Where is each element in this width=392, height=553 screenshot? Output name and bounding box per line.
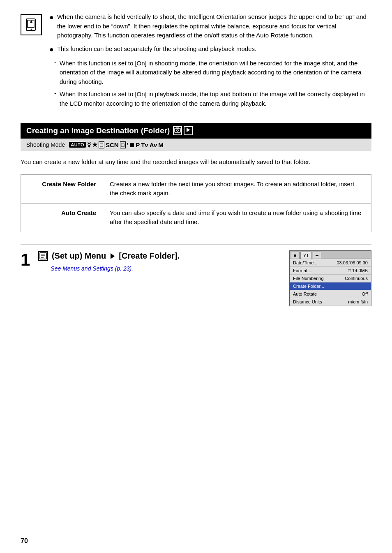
sub-text-2: When this function is set to [On] in pla… — [60, 90, 371, 108]
step-sub-text: See Menus and Settings (p. 23). — [51, 265, 133, 272]
sub-text-1: When this function is set to [On] in sho… — [60, 59, 371, 87]
arrow-icon — [111, 253, 115, 259]
menu-tab-2: •• — [313, 252, 322, 259]
auto-create-desc: You can also specify a date and time if … — [103, 203, 371, 232]
step-title-prefix: (Set up) Menu — [52, 251, 106, 260]
menu-row-4: Auto Rotate Off — [290, 290, 371, 298]
step-sub-1: See Menus and Settings (p. 23). — [51, 265, 281, 272]
svg-point-2 — [31, 29, 32, 30]
bullet-dot-1: ● — [49, 12, 54, 40]
step-number-1: 1 — [21, 251, 30, 268]
svg-marker-4 — [30, 20, 32, 23]
menu-row-5: Distance Units m/cm ft/in — [290, 298, 371, 306]
bullet-text-1: When the camera is held vertically to sh… — [57, 12, 371, 40]
shooting-mode-row: Shooting Mode AUTO ☿ ★ □ SCN □ ' ◼ P Tv … — [21, 139, 371, 151]
page: ● When the camera is held vertically to … — [0, 0, 392, 553]
create-new-folder-desc: Creates a new folder the next time you s… — [103, 174, 371, 203]
wrench-icon — [39, 252, 47, 259]
menu-tabs: ■ YT •• — [290, 251, 371, 259]
mode-icon-scn: SCN — [106, 141, 119, 148]
section-header: Creating an Image Destination (Folder) — [21, 123, 371, 139]
menu-row-1-label: Format... — [293, 268, 311, 273]
svg-marker-8 — [187, 128, 190, 132]
bullet-item-1: ● When the camera is held vertically to … — [49, 12, 371, 40]
mode-icon-star: ★ — [92, 141, 97, 148]
mode-icon-av: Av — [150, 141, 157, 148]
step-image-1: ■ YT •• Date/Time... 03.03.'06 09:30 For… — [289, 250, 371, 306]
camera-mode-icon — [173, 126, 182, 135]
menu-tab-1: YT — [300, 252, 312, 259]
step-section-1: 1 (Set up) Menu [Create Folder]. See Men… — [21, 244, 371, 306]
menu-rows: Date/Time... 03.03.'06 09:30 Format... □… — [290, 259, 371, 306]
mode-icon-quote: ' — [127, 141, 129, 148]
auto-create-label: Auto Create — [21, 203, 103, 232]
menu-row-3: Create Folder... — [290, 282, 371, 290]
mode-icon-tv: Tv — [141, 141, 148, 148]
create-new-folder-label: Create New Folder — [21, 174, 103, 203]
menu-row-4-label: Auto Rotate — [293, 292, 317, 296]
play-mode-icon — [184, 126, 193, 135]
menu-row-2: File Numbering Continuous — [290, 275, 371, 282]
menu-row-0-label: Date/Time... — [293, 260, 318, 265]
page-number: 70 — [21, 537, 28, 545]
menu-row-5-label: Distance Units — [293, 299, 322, 304]
mode-icon-p: P — [136, 141, 140, 148]
bullet-dot-2: ● — [49, 44, 54, 55]
sub-bullet-1: - When this function is set to [On] in s… — [54, 59, 371, 87]
mode-icon-box2: □ — [120, 141, 126, 148]
menu-row-2-label: File Numbering — [293, 276, 324, 281]
top-section: ● When the camera is held vertically to … — [21, 12, 371, 111]
bullet-text-2: This function can be set separately for … — [57, 44, 256, 55]
bullet-item-2: ● This function can be set separately fo… — [49, 44, 371, 55]
intro-text: You can create a new folder at any time … — [21, 157, 371, 167]
menu-row-4-value: Off — [362, 292, 368, 296]
step-title-1: (Set up) Menu [Create Folder]. — [38, 250, 281, 261]
svg-point-7 — [177, 130, 179, 132]
bullets: ● When the camera is held vertically to … — [49, 12, 371, 111]
auto-badge: AUTO — [69, 142, 86, 148]
mode-icon-m: M — [158, 141, 164, 148]
menu-row-2-value: Continuous — [345, 276, 368, 281]
sub-dash-2: - — [54, 90, 56, 108]
menu-row-5-value: m/cm ft/in — [348, 299, 368, 304]
step-content-1: (Set up) Menu [Create Folder]. See Menus… — [38, 250, 281, 272]
folder-table: Create New Folder Creates a new folder t… — [21, 174, 371, 232]
table-row-auto-create: Auto Create You can also specify a date … — [21, 203, 371, 232]
step-title-suffix: [Create Folder]. — [119, 251, 180, 260]
menu-screenshot: ■ YT •• Date/Time... 03.03.'06 09:30 For… — [289, 250, 371, 306]
mode-icon-sq: □ — [99, 141, 104, 148]
menu-row-0: Date/Time... 03.03.'06 09:30 — [290, 259, 371, 267]
mode-icon-squareFill: ◼ — [129, 141, 134, 148]
camera-icon-box — [21, 14, 42, 35]
menu-row-1: Format... □ 14.0MB — [290, 267, 371, 275]
table-row-create-new: Create New Folder Creates a new folder t… — [21, 174, 371, 203]
menu-row-0-value: 03.03.'06 09:30 — [337, 260, 368, 265]
orientation-icon — [24, 17, 39, 32]
menu-row-3-label: Create Folder... — [293, 284, 324, 289]
play-svg — [186, 127, 191, 132]
shooting-mode-label: Shooting Mode — [26, 141, 65, 148]
section-header-icons — [173, 126, 193, 135]
camera-svg — [174, 127, 181, 133]
menu-tab-0: ■ — [291, 252, 300, 259]
setup-menu-icon — [38, 251, 48, 261]
section-title: Creating an Image Destination (Folder) — [26, 126, 170, 135]
sub-bullet-2: - When this function is set to [On] in p… — [54, 90, 371, 108]
mode-icons: AUTO ☿ ★ □ SCN □ ' ◼ P Tv Av M — [69, 141, 164, 148]
sub-dash-1: - — [54, 59, 56, 87]
mode-icon-stitch: ☿ — [87, 141, 91, 148]
menu-row-1-value: □ 14.0MB — [348, 268, 368, 273]
